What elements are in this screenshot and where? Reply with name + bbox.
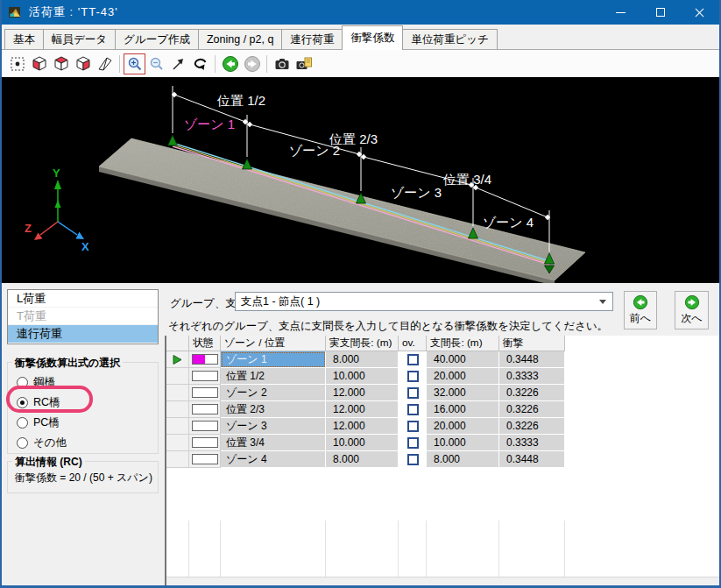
radio-other[interactable]: その他 [17, 436, 67, 450]
radio-icon[interactable] [17, 417, 28, 429]
real-span-cell: 10.000 [326, 435, 399, 451]
tab-width-data[interactable]: 幅員データ [43, 29, 116, 49]
span-cell[interactable]: 20.000 [427, 418, 499, 435]
zone-cell[interactable]: ゾーン 2 [221, 385, 326, 401]
snapshot-icon[interactable] [271, 53, 293, 74]
list-item-t-load[interactable]: T荷重 [8, 308, 158, 325]
snapshot-copy-icon[interactable] [293, 53, 315, 74]
close-button[interactable] [680, 0, 719, 25]
tab-impact-coefficient[interactable]: 衝撃係数 [342, 25, 403, 50]
radio-rc-bridge[interactable]: RC橋 [17, 395, 60, 410]
main-panel: グループ、支点： 支点1 - 節点( 1 ) 前へ 次へ それぞれのグループ、支… [165, 283, 719, 585]
ov-checkbox[interactable] [407, 454, 419, 465]
header-marker [166, 336, 189, 351]
radio-icon[interactable] [17, 397, 28, 408]
zoom-out-icon[interactable] [145, 53, 167, 74]
calc-info-groupbox: 算出情報 (RC) 衝撃係数 = 20 / (50 + スパン) [7, 461, 159, 493]
ov-checkbox[interactable] [407, 437, 419, 449]
radio-icon[interactable] [17, 377, 28, 388]
group-support-combobox[interactable]: 支点1 - 節点( 1 ) [235, 292, 613, 311]
perspective-view-icon[interactable] [94, 53, 116, 74]
tab-tandem-load[interactable]: 連行荷重 [281, 29, 343, 49]
ov-checkbox[interactable] [407, 404, 419, 415]
titlebar: 活荷重 : 'TT-43' [2, 0, 719, 25]
next-button[interactable]: 次へ [675, 291, 709, 329]
view-cube-side-icon[interactable] [72, 53, 94, 74]
radio-label: 鋼橋 [33, 375, 55, 390]
app-icon [8, 5, 22, 19]
list-item-l-load[interactable]: L荷重 [8, 290, 158, 308]
span-cell[interactable]: 16.000 [427, 401, 499, 418]
fit-view-icon[interactable] [6, 53, 28, 74]
ov-checkbox[interactable] [407, 371, 419, 382]
radio-icon[interactable] [17, 437, 28, 449]
header-zone: ゾーン / 位置 [221, 336, 326, 351]
view-forward-icon[interactable] [241, 53, 263, 74]
view-cube-front-icon[interactable] [28, 53, 50, 74]
zoom-window-icon[interactable] [167, 53, 189, 74]
zone1-label: ゾーン 1 [184, 117, 235, 131]
state-cell [189, 351, 221, 368]
zone-cell[interactable]: ゾーン 4 [221, 451, 326, 468]
tab-basic[interactable]: 基本 [4, 29, 44, 49]
tab-zoning[interactable]: Zoning / p2, q [198, 29, 282, 49]
next-button-label: 次へ [681, 311, 702, 326]
list-item-tandem-load[interactable]: 連行荷重 [8, 325, 158, 343]
row-marker [166, 451, 189, 468]
tab-unit-load-pitch[interactable]: 単位荷重ピッチ [402, 29, 497, 49]
real-span-cell: 12.000 [326, 418, 399, 435]
zone-cell[interactable]: ゾーン 3 [221, 418, 326, 435]
zoom-in-icon[interactable] [124, 53, 145, 74]
rotate-view-icon[interactable] [189, 53, 211, 74]
view-back-icon[interactable] [219, 53, 241, 74]
span-cell[interactable]: 40.000 [427, 351, 499, 368]
span-cell[interactable]: 10.000 [427, 435, 499, 451]
header-state: 状態 [189, 336, 221, 351]
3d-viewport[interactable]: 位置 1/2 ゾーン 1 ゾーン 2 位置 2/3 ゾーン 3 位置 3/4 ゾ… [2, 77, 719, 283]
zone-cell[interactable]: 位置 3/4 [221, 435, 326, 451]
ov-checkbox[interactable] [407, 421, 419, 432]
impact-cell: 0.3226 [499, 385, 565, 401]
state-color-swatch [192, 437, 218, 448]
impact-cell: 0.3226 [499, 418, 565, 435]
maximize-button[interactable] [640, 0, 680, 25]
minimize-button[interactable] [601, 0, 640, 25]
tab-group-create[interactable]: グループ作成 [115, 29, 199, 49]
prev-button[interactable]: 前へ [624, 291, 657, 329]
forward-arrow-icon [684, 294, 700, 310]
span-cell[interactable]: 8.000 [427, 451, 499, 468]
maximize-icon [656, 8, 665, 17]
live-load-window: 活荷重 : 'TT-43' 基本 幅員データ グループ作成 Zoning / p… [0, 0, 721, 588]
ov-cell [399, 385, 427, 401]
radio-steel-bridge[interactable]: 鋼橋 [17, 375, 55, 390]
state-color-swatch [192, 421, 218, 431]
horizontal-scrollbar-track[interactable] [166, 577, 719, 585]
ov-checkbox[interactable] [407, 354, 419, 365]
zone-cell[interactable]: 位置 2/3 [221, 401, 326, 418]
ov-cell [399, 451, 427, 468]
ov-cell [399, 401, 427, 418]
prev-button-label: 前へ [630, 311, 651, 326]
state-color-swatch [192, 354, 218, 365]
row-marker [166, 368, 189, 385]
impact-cell: 0.3448 [499, 451, 565, 468]
state-color-swatch [192, 404, 218, 414]
state-color-swatch [192, 454, 218, 464]
zone-cell[interactable]: 位置 1/2 [221, 368, 326, 385]
radio-label: RC橋 [33, 395, 60, 410]
table-row: 位置 3/4 10.000 10.000 0.3333 [166, 435, 719, 451]
window-title: 活荷重 : 'TT-43' [29, 4, 118, 20]
span-cell[interactable]: 20.000 [427, 368, 499, 385]
zone-cell[interactable]: ゾーン 1 [221, 351, 326, 368]
radio-pc-bridge[interactable]: PC橋 [17, 415, 60, 430]
table-row: ゾーン 1 8.000 40.000 0.3448 [166, 351, 719, 368]
table-row: ゾーン 3 12.000 20.000 0.3226 [166, 418, 719, 435]
impact-cell: 0.3226 [499, 401, 565, 418]
impact-cell: 0.3448 [499, 351, 565, 368]
minimize-icon [616, 12, 626, 13]
view-cube-top-icon[interactable] [50, 53, 72, 74]
sidebar: L荷重 T荷重 連行荷重 衝撃係数算出式の選択 鋼橋 RC橋 PC橋 その他 [2, 283, 165, 585]
ov-checkbox[interactable] [407, 387, 419, 399]
span-cell[interactable]: 32.000 [427, 385, 499, 401]
zone3-label: ゾーン 3 [391, 185, 442, 200]
